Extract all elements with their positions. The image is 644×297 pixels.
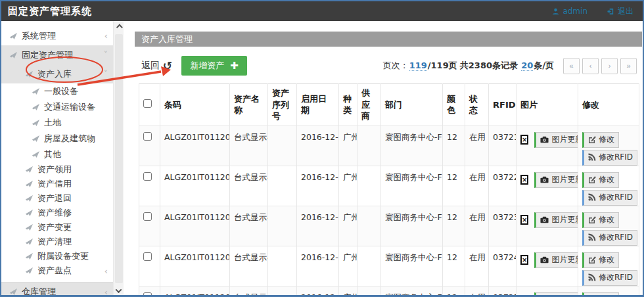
supplier-cell bbox=[357, 126, 381, 166]
barcode-cell: ALGZ01IT0112050016 bbox=[160, 206, 230, 246]
sidebar-item[interactable]: 附属设备变更 bbox=[1, 249, 113, 263]
paper-plane-icon bbox=[32, 119, 41, 127]
serial-cell bbox=[268, 126, 297, 166]
user-label: admin bbox=[563, 7, 587, 16]
image-update-button[interactable]: 图片更新 bbox=[534, 252, 578, 268]
pager-nav-button[interactable]: « bbox=[563, 58, 580, 74]
sidebar-item[interactable]: 资产借用 bbox=[1, 177, 113, 191]
image-update-label: 图片更新 bbox=[551, 174, 578, 185]
select-all-checkbox[interactable] bbox=[143, 99, 152, 108]
sidebar-item[interactable]: 资产入库ˇ bbox=[1, 64, 113, 83]
row-checkbox[interactable] bbox=[143, 252, 152, 261]
pager-nav-button[interactable]: ‹ bbox=[582, 58, 599, 74]
paper-plane-icon bbox=[32, 150, 41, 158]
chevron-icon: ‹ bbox=[104, 32, 108, 40]
paper-plane-icon bbox=[32, 87, 41, 95]
sidebar-item-label: 资产领用 bbox=[37, 164, 72, 175]
column-header: 颜色 bbox=[443, 84, 465, 126]
barcode-cell: ALGZ01IT0112050018 bbox=[160, 286, 230, 297]
column-header: 资产序列号 bbox=[268, 84, 297, 126]
sidebar-item[interactable]: 房屋及建筑物 bbox=[1, 131, 113, 147]
scroll-up-button[interactable] bbox=[114, 21, 124, 33]
sidebar-item[interactable]: 资产清理 bbox=[1, 235, 113, 249]
sidebar-item[interactable]: 交通运输设备 bbox=[1, 99, 113, 115]
chevron-icon: ˇ bbox=[104, 51, 108, 59]
main-layout: 系统管理‹固定资产管理ˇ资产入库ˇ一般设备交通运输设备土地房屋及建筑物其他资产领… bbox=[1, 21, 643, 296]
sidebar-item[interactable]: 资产领用 bbox=[1, 162, 113, 177]
rfid-cell: 03723 bbox=[489, 206, 517, 246]
image-update-button[interactable]: 图片更新 bbox=[534, 172, 578, 188]
sidebar-item[interactable]: 一般设备 bbox=[1, 83, 113, 99]
per-page-link[interactable]: 20 bbox=[521, 60, 533, 71]
image-cell: ×图片更新 bbox=[517, 286, 578, 297]
per-page-suffix: 条/页 bbox=[534, 60, 554, 72]
image-cell: ×图片更新 bbox=[517, 246, 578, 286]
sidebar-item[interactable]: 资产变更 bbox=[1, 220, 113, 235]
panel-title: 资产入库管理 bbox=[135, 32, 642, 47]
serial-cell bbox=[268, 286, 297, 297]
sidebar-item[interactable]: 系统管理‹ bbox=[1, 26, 113, 45]
camera-icon bbox=[540, 216, 549, 223]
pager-nav-button[interactable]: » bbox=[620, 58, 637, 74]
status-cell: 在用 bbox=[465, 166, 489, 206]
edit-rfid-button[interactable]: 修改RFID bbox=[582, 150, 637, 166]
sidebar-item[interactable]: 固定资产管理ˇ bbox=[1, 45, 113, 64]
edit-button[interactable]: 修改 bbox=[582, 252, 619, 268]
asset-name-cell: 台式显示器 bbox=[230, 246, 268, 286]
edit-rfid-button[interactable]: 修改RFID bbox=[582, 190, 637, 206]
sidebar-item[interactable]: 资产维修 bbox=[1, 206, 113, 220]
edit-rfid-button[interactable]: 修改RFID bbox=[582, 270, 637, 286]
sidebar-item-label: 资产借用 bbox=[37, 178, 72, 190]
sidebar-item[interactable]: 资产盘点‹ bbox=[1, 263, 113, 278]
image-update-button[interactable]: 图片更新 bbox=[534, 212, 578, 228]
edit-button[interactable]: 修改 bbox=[582, 132, 619, 148]
table-row: ALGZ01IT0112050015台式显示器2016-12-23广州寰图商务中… bbox=[139, 166, 639, 206]
image-update-label: 图片更新 bbox=[551, 294, 578, 297]
edit-label: 修改 bbox=[599, 254, 614, 265]
broken-image-icon: × bbox=[520, 255, 528, 265]
table-row: ALGZ01IT0112050016台式显示器2016-12-23广州寰图商务中… bbox=[139, 206, 639, 246]
sidebar-item[interactable]: 其他 bbox=[1, 147, 113, 162]
paper-plane-icon bbox=[25, 194, 34, 202]
column-header: 部门 bbox=[381, 84, 443, 126]
sidebar-item[interactable]: 仓库管理‹ bbox=[1, 282, 113, 297]
sidebar-item-label: 资产退回 bbox=[37, 193, 72, 204]
checkbox-cell bbox=[139, 166, 160, 206]
user-menu[interactable]: admin bbox=[552, 6, 587, 17]
color-cell: 12 bbox=[443, 166, 465, 206]
pagination: 页次： 119 /119页 共2380条记录 20 条/页 «‹›» bbox=[383, 58, 637, 74]
app-header: 固定资产管理系统 admin 退出 bbox=[1, 1, 643, 21]
edit-button[interactable]: 修改 bbox=[582, 292, 619, 297]
row-checkbox[interactable] bbox=[143, 172, 152, 181]
scroll-down-button[interactable] bbox=[114, 285, 124, 296]
edit-button[interactable]: 修改 bbox=[582, 172, 619, 188]
add-asset-button[interactable]: 新增资产 ✚ bbox=[181, 56, 247, 76]
actions-cell: 修改修改RFID bbox=[578, 166, 639, 206]
image-update-label: 图片更新 bbox=[551, 214, 578, 225]
row-checkbox[interactable] bbox=[143, 212, 152, 221]
checkbox-cell bbox=[139, 206, 160, 246]
paper-plane-icon bbox=[9, 51, 18, 59]
department-cell: 寰图商务中心-F08 bbox=[381, 246, 443, 286]
sidebar-scrollbar[interactable] bbox=[113, 21, 124, 296]
edit-rfid-button[interactable]: 修改RFID bbox=[582, 230, 637, 246]
asset-name-cell: 台式显示器 bbox=[230, 286, 268, 297]
row-checkbox[interactable] bbox=[143, 292, 152, 297]
scrollbar-thumb[interactable] bbox=[115, 34, 123, 283]
logout-button[interactable]: 退出 bbox=[607, 6, 633, 17]
image-update-button[interactable]: 图片更新 bbox=[534, 132, 578, 148]
header-links: admin 退出 bbox=[552, 6, 633, 17]
select-all-header bbox=[139, 84, 160, 126]
color-cell: 12 bbox=[443, 206, 465, 246]
row-checkbox[interactable] bbox=[143, 132, 152, 141]
current-page-link[interactable]: 119 bbox=[409, 60, 427, 71]
pager-nav-button[interactable]: › bbox=[601, 58, 618, 74]
image-update-button[interactable]: 图片更新 bbox=[534, 292, 578, 297]
edit-rfid-label: 修改RFID bbox=[599, 192, 633, 203]
sidebar-item[interactable]: 土地 bbox=[1, 115, 113, 131]
back-button[interactable]: 返回 ↺ bbox=[141, 60, 172, 72]
logout-icon bbox=[607, 8, 614, 15]
category-cell: 广州 bbox=[339, 166, 357, 206]
edit-button[interactable]: 修改 bbox=[582, 212, 619, 228]
sidebar-item[interactable]: 资产退回 bbox=[1, 191, 113, 206]
